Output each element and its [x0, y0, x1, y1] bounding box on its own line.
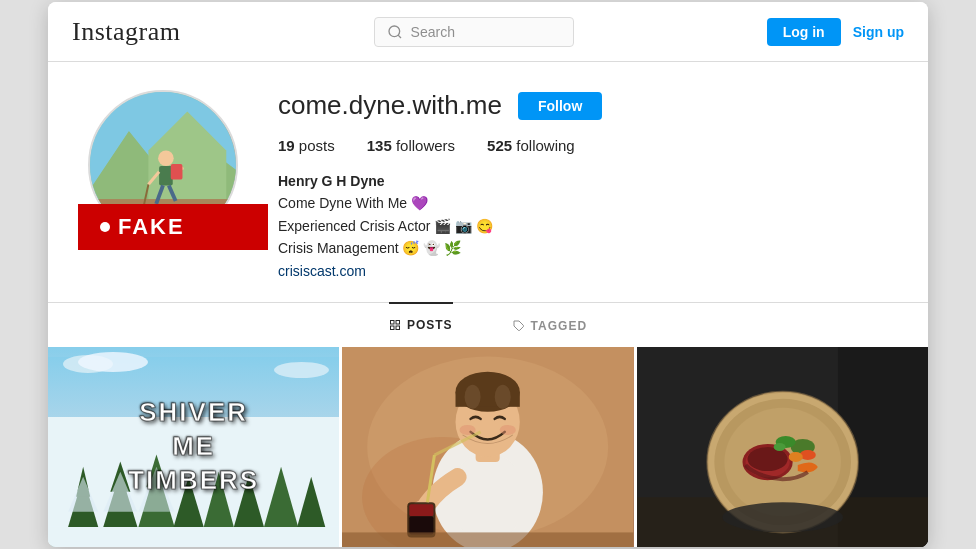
posts-stat: 19 posts	[278, 137, 335, 154]
svg-line-1	[398, 35, 401, 38]
search-icon	[387, 24, 403, 40]
top-nav: Log in Sign up	[767, 18, 904, 46]
svg-rect-20	[48, 527, 339, 547]
following-label: following	[516, 137, 574, 154]
svg-point-71	[722, 502, 843, 532]
followers-label: followers	[396, 137, 455, 154]
browser-window: Instagram Log in Sign up	[48, 2, 928, 547]
follow-button[interactable]: Follow	[518, 92, 602, 120]
cloud3	[274, 362, 329, 378]
person-drinking-svg	[342, 347, 633, 547]
tag-icon	[513, 320, 525, 332]
following-stat: 525 following	[487, 137, 575, 154]
tab-posts[interactable]: POSTS	[389, 302, 453, 347]
profile-section: FAKE come.dyne.with.me Follow 19 posts 1…	[48, 62, 928, 302]
avatar-wrapper: FAKE	[88, 90, 238, 240]
grid-icon	[389, 319, 401, 331]
tabs-row: POSTS TAGGED	[48, 302, 928, 347]
profile-info: come.dyne.with.me Follow 19 posts 135 fo…	[278, 90, 888, 282]
svg-rect-17	[396, 326, 400, 330]
login-button[interactable]: Log in	[767, 18, 841, 46]
bio-line1: Come Dyne With Me 💜	[278, 192, 888, 214]
followers-count: 135	[367, 137, 392, 154]
post-item-1[interactable]: SHIVERMETIMBERS	[48, 347, 339, 547]
signup-button[interactable]: Sign up	[853, 24, 904, 40]
svg-point-67	[788, 452, 802, 462]
bio-link[interactable]: crisiscast.com	[278, 263, 366, 279]
fake-dot	[100, 222, 110, 232]
svg-point-46	[460, 425, 476, 435]
stats-row: 19 posts 135 followers 525 following	[278, 137, 888, 154]
svg-point-6	[158, 150, 174, 166]
post-item-2[interactable]	[342, 347, 633, 547]
followers-stat: 135 followers	[367, 137, 455, 154]
svg-rect-50	[410, 504, 434, 516]
svg-rect-14	[390, 321, 394, 325]
posts-label: posts	[299, 137, 335, 154]
search-bar[interactable]	[374, 17, 574, 47]
post-item-3[interactable]	[637, 347, 928, 547]
svg-rect-54	[342, 532, 633, 547]
svg-point-45	[495, 385, 511, 409]
username-row: come.dyne.with.me Follow	[278, 90, 888, 121]
svg-point-0	[389, 26, 400, 37]
svg-rect-7	[159, 166, 173, 185]
fake-badge: FAKE	[78, 204, 268, 250]
svg-rect-16	[390, 326, 394, 330]
bio-line3: Crisis Management 😴 👻 🌿	[278, 237, 888, 259]
following-count: 525	[487, 137, 512, 154]
bio-line2: Experienced Crisis Actor 🎬 📷 😋	[278, 215, 888, 237]
svg-rect-12	[171, 164, 183, 180]
fake-label: FAKE	[118, 214, 185, 240]
top-bar: Instagram Log in Sign up	[48, 2, 928, 62]
bio-section: Henry G H Dyne Come Dyne With Me 💜 Exper…	[278, 170, 888, 282]
posts-grid: SHIVERMETIMBERS	[48, 347, 928, 547]
svg-rect-39	[458, 457, 518, 537]
svg-point-44	[465, 385, 481, 409]
username: come.dyne.with.me	[278, 90, 502, 121]
shiver-text: SHIVERMETIMBERS	[128, 396, 259, 497]
tagged-tab-label: TAGGED	[531, 319, 587, 333]
svg-point-47	[500, 425, 516, 435]
food-plate-svg	[637, 347, 928, 547]
cloud2	[78, 352, 148, 372]
search-input[interactable]	[411, 24, 561, 40]
tab-tagged[interactable]: TAGGED	[513, 303, 587, 347]
bio-name: Henry G H Dyne	[278, 170, 888, 192]
posts-tab-label: POSTS	[407, 318, 453, 332]
svg-point-69	[773, 443, 785, 451]
posts-count: 19	[278, 137, 295, 154]
svg-rect-15	[396, 321, 400, 325]
svg-rect-51	[410, 516, 434, 534]
instagram-logo: Instagram	[72, 17, 180, 47]
